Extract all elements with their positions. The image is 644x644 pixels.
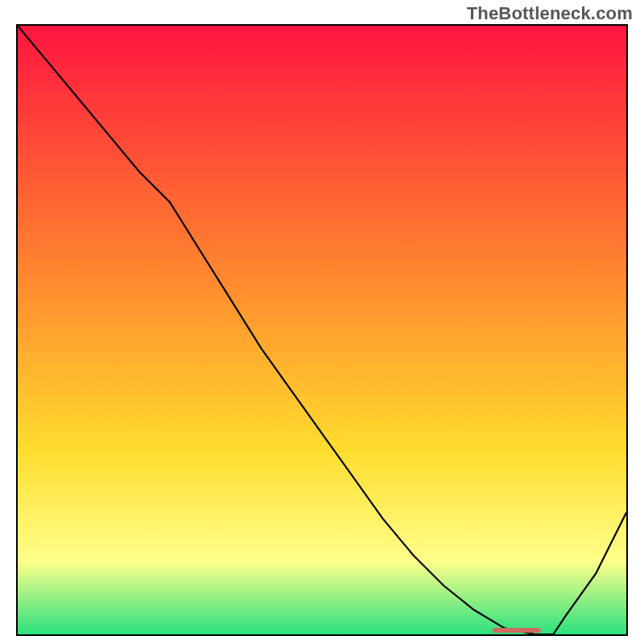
plot-frame <box>16 24 628 636</box>
chart-container: TheBottleneck.com <box>0 0 644 644</box>
minimum-marker <box>493 628 541 633</box>
watermark-text: TheBottleneck.com <box>467 3 633 24</box>
curve-layer <box>18 26 626 634</box>
bottleneck-curve <box>18 26 626 634</box>
